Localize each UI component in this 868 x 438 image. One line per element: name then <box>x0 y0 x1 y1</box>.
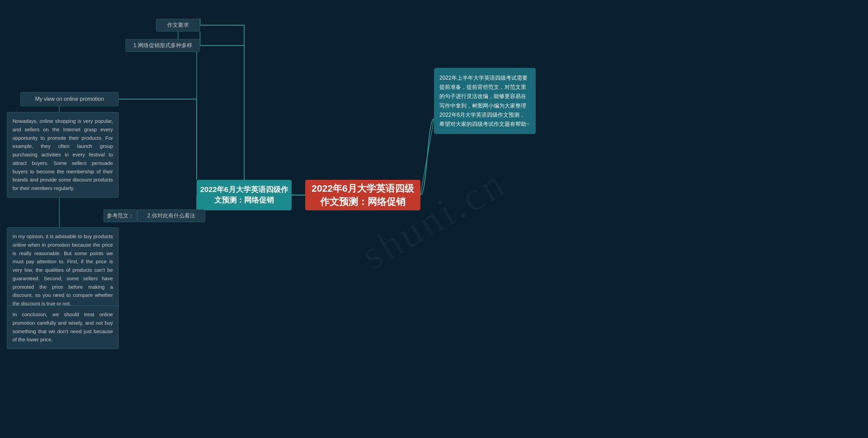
text-box-3: In conclusion, we should treat online pr… <box>7 305 119 349</box>
ref-node: 参考范文： <box>103 209 137 222</box>
right-description-box: 2022年上半年大学英语四级考试需要提前准备，提前背些范文，对范文里的句子进行灵… <box>434 68 536 134</box>
sub-node-1: 1.网络促销形式多种多样 <box>125 39 200 52</box>
myview-node: My view on online promotion <box>20 92 119 106</box>
central-node: 2022年6月大学英语四级作文预测：网络促销 <box>197 180 292 210</box>
top-branch-node: 作文要求 <box>156 19 200 32</box>
right-main-node: 2022年6月大学英语四级作文预测：网络促销 <box>305 180 420 210</box>
sub-node-2: 2.你对此有什么看法 <box>137 209 205 222</box>
text-box-2: In my opinion, it is advisable to buy pr… <box>7 227 119 313</box>
text-box-1: Nowadays, online shopping is very popula… <box>7 112 119 198</box>
